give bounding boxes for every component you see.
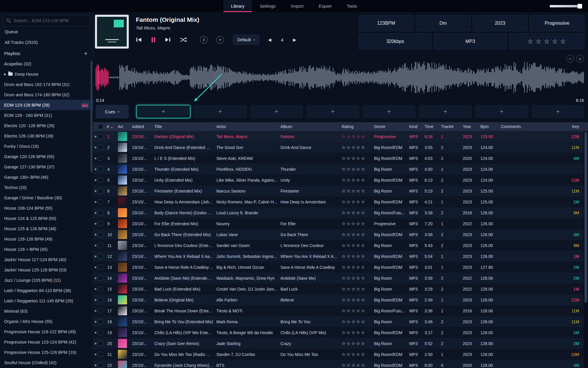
sidebar-item-playlist[interactable]: Drum and Bass 174-180 BPM (32) [0,89,93,100]
cue-slot[interactable]: + [250,105,303,118]
table-row[interactable]: 1723/10/...Break The House Down (Exten..… [93,305,588,316]
skip-forward-button[interactable] [165,37,171,42]
shuffle-button[interactable] [180,37,187,42]
zoom-in-button[interactable]: + [576,55,584,62]
table-row[interactable]: 723/10/...How Deep Is Amsterdam (Joh...N… [93,196,588,207]
table-row[interactable]: 1623/10/...Believe (Original Mix)Alle Fa… [93,294,588,305]
playhead-marker[interactable] [98,64,98,91]
cancel-button[interactable]: × [216,36,224,44]
sidebar-item-playlist[interactable]: Acapellas (32) [0,59,93,69]
table-row[interactable]: 623/10/...Firestarter (Extended Mix)Marc… [93,185,588,196]
sidebar-item-playlist[interactable]: EDM 123-128 BPM (29) [0,100,93,110]
cue-slot[interactable]: + [363,105,416,118]
row-checkbox[interactable] [98,330,103,335]
sidebar-item-playlist[interactable]: Soulful House (Chilled) (42) [0,357,93,368]
row-checkbox[interactable] [98,167,103,172]
sidebar-item-playlist[interactable]: Progressive House 125-128 BPM (19) [0,347,93,357]
table-row[interactable]: 1223/10/...Where You Are X Reload X Aa..… [93,251,588,262]
sidebar-item-playlist[interactable]: House 108-124 BPM (55) [0,203,93,213]
cell-rating[interactable]: ☆☆☆☆☆ [342,297,374,303]
table-row[interactable]: 1323/10/...Save A Horse Ride A CowBoy ..… [93,262,588,273]
table-row[interactable]: 1523/10/...Bad Luck (Extended Mix)Costel… [93,284,588,294]
column-header-title[interactable]: Title [154,124,216,129]
sidebar-item-playlist[interactable]: House 124 & 125 BPM (50) [0,213,93,223]
volume-slider[interactable] [550,4,582,9]
row-checkbox[interactable] [98,265,103,270]
add-playlist-button[interactable]: + [83,50,89,57]
cell-rating[interactable]: ☆☆☆☆☆ [342,178,374,183]
table-row[interactable]: 823/10/...Body (Dance Remix) (Dzeko R...… [93,207,588,218]
table-row[interactable]: 1123/10/...L'Annonce Des Couleur (Exten.… [93,240,588,251]
cue-slot[interactable]: + [306,105,359,118]
row-checkbox[interactable] [98,210,103,215]
table-row[interactable]: 1923/10/...Chills (LA Hills) (VIP Mix Ex… [93,327,588,338]
table-row[interactable]: 523/10/...Unity (Extended Mix)Like Mike,… [93,175,588,185]
cell-rating[interactable]: ☆☆☆☆☆ [342,167,374,172]
column-header-number[interactable]: # [107,124,118,129]
sidebar-item-playlist[interactable]: Garage / Grime / Bassline (30) [0,193,93,203]
row-checkbox[interactable] [98,297,103,302]
skip-back-button[interactable] [136,37,142,42]
zoom-out-button[interactable]: − [566,55,574,62]
cue-slot[interactable]: + [419,105,472,118]
cue-slot[interactable]: + [531,105,584,118]
cell-rating[interactable]: ☆☆☆☆☆ [342,254,374,259]
table-row[interactable]: 1023/10/...Go Back There (Extended Mix)L… [93,229,588,240]
table-row[interactable]: 1423/10/...Antidote (Save Me) (Extended … [93,273,588,284]
cell-rating[interactable]: ☆☆☆☆☆ [342,308,374,314]
row-checkbox[interactable] [98,254,103,259]
volume-knob[interactable] [577,4,582,9]
cell-rating[interactable]: ☆☆☆☆☆ [342,363,374,368]
sidebar-item-playlist[interactable]: House 128 + BPM (45) [0,244,93,254]
cell-rating[interactable]: ☆☆☆☆☆ [342,232,374,237]
table-row[interactable]: 1823/10/...Bring Me To You (Extended Mix… [93,316,588,327]
cell-rating[interactable]: ☆☆☆☆☆ [342,330,374,335]
sidebar-item-playlist[interactable]: Techno (20) [0,182,93,193]
sidebar-item-playlist[interactable]: Organic / Afro House (55) [0,316,93,326]
track-rating-stars[interactable]: ☆☆☆☆☆ [509,33,584,49]
position-prev-button[interactable]: ◀ [268,37,271,42]
sidebar-item-playlist[interactable]: EDM 128 - 160 BPM (31) [0,110,93,120]
column-header-genre[interactable]: Genre [374,124,409,129]
sidebar-item-playlist[interactable]: Progressive House 123-124 BPM (42) [0,337,93,347]
table-row[interactable]: 223/10/...Drink And Dance (Extended Mi..… [93,142,588,153]
sidebar-item-playlist[interactable]: Drum and Bass 162-174 BPM (31) [0,79,93,89]
row-checkbox[interactable] [98,243,103,248]
cell-rating[interactable]: ☆☆☆☆☆ [342,156,374,161]
position-next-button[interactable]: ▶ [293,37,296,42]
table-scrollbar-thumb[interactable] [584,132,587,303]
sidebar-scrollbar-thumb[interactable] [91,61,92,173]
row-checkbox[interactable] [98,221,103,226]
cue-slot[interactable]: + [193,105,247,118]
row-checkbox[interactable] [98,341,103,346]
table-scrollbar[interactable] [584,131,588,368]
cell-rating[interactable]: ☆☆☆☆☆ [342,286,374,292]
row-checkbox[interactable] [98,276,103,281]
table-row[interactable]: 2023/10/...Crazy (Sam Gee Remix)Jade Sta… [93,338,588,349]
sidebar-item-playlist[interactable]: Jackin' House 125-128 BPM (53) [0,265,93,275]
row-checkbox[interactable] [98,134,103,139]
sidebar-item-playlist[interactable]: Garage 130+ BPM (46) [0,172,93,182]
column-header-year[interactable]: Year [463,124,480,129]
table-row[interactable]: 423/10/...Thunder (Extended Mix)Pontifex… [93,164,588,175]
row-checkbox[interactable] [98,156,103,161]
column-header-kind[interactable]: Kind [409,124,425,129]
table-row[interactable]: 2123/10/...Do You Miss Me Too (Radio Mix… [93,349,588,360]
sidebar-item-all-tracks[interactable]: All Tracks (2525) [0,37,93,47]
column-header-key[interactable]: Key [560,124,588,129]
cell-rating[interactable]: ☆☆☆☆☆ [342,134,374,139]
sidebar-item-playlist[interactable]: Jazz / Lounge (105 BPM) (11) [0,275,93,285]
sidebar-item-playlist[interactable]: Garage 127-130 BPM (37) [0,162,93,172]
search-input[interactable] [14,18,87,23]
tab-tools[interactable]: Tools [339,0,365,12]
pause-button[interactable] [151,37,156,43]
cell-rating[interactable]: ☆☆☆☆☆ [342,210,374,216]
cell-rating[interactable]: ☆☆☆☆☆ [342,145,374,150]
cell-rating[interactable]: ☆☆☆☆☆ [342,188,374,194]
sidebar-item-playlist[interactable]: Electro 120 -126 BPM (26) [0,120,93,131]
cell-rating[interactable]: ☆☆☆☆☆ [342,199,374,205]
sidebar-item-playlist[interactable]: Latin / Reggaeton 111-145 BPM (26) [0,296,93,306]
row-checkbox[interactable] [98,319,103,324]
track-info-button[interactable]: i [200,36,208,44]
tab-library[interactable]: Library [223,0,252,12]
